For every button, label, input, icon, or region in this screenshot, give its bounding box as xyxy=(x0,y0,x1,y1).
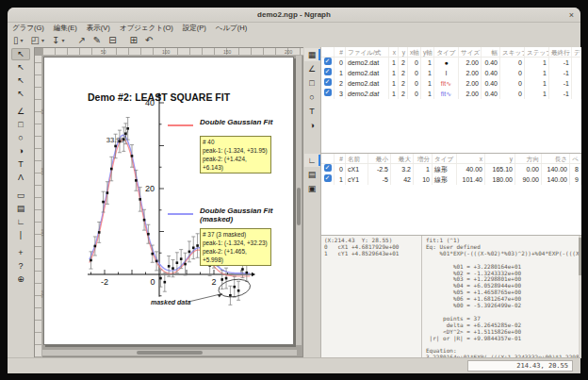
cell-x: 101.40 xyxy=(457,174,485,185)
scrollbar-thumb[interactable] xyxy=(297,188,301,225)
fit-result-box[interactable]: # 40peak-1: (-1.324, +31.95)peak-2: (+1.… xyxy=(200,136,271,173)
arc-tool[interactable]: ○ xyxy=(11,132,30,144)
table-row[interactable]: ✓2demo2.dat1201fit∿2.000.4001-1 xyxy=(321,78,581,89)
dropdown-caret-icon[interactable]: ▾ xyxy=(41,37,44,43)
tab-line-list[interactable]: ∠ xyxy=(304,62,319,75)
print-button[interactable]: ⊟ xyxy=(106,34,119,46)
line-tool[interactable]: ∠ xyxy=(11,106,30,118)
open-graph-button[interactable]: ◰▾ xyxy=(28,34,47,46)
column-header: タイプ xyxy=(433,154,457,163)
section-graph-tool[interactable]: ▤ xyxy=(11,203,30,215)
dropdown-caret-icon[interactable]: ▾ xyxy=(21,37,24,43)
table-row[interactable]: ✓3demo2.dat1201fit∿2.000.4001-1 xyxy=(321,89,581,99)
legend-label[interactable]: Double Gaussian Fit xyxy=(200,118,272,126)
single-axis-tool[interactable]: | xyxy=(11,229,30,241)
zoom-tool[interactable]: ⊕ xyxy=(11,273,30,286)
cell-min: -2.5 xyxy=(368,164,391,174)
menu-item-3[interactable]: オブジェクト(O) xyxy=(115,23,178,33)
legend-label[interactable]: Double Gaussian Fit (masked) xyxy=(200,207,272,223)
tab-parameter-list[interactable]: ▣ xyxy=(304,182,319,195)
coordinate-panel: (X:214.43 Y: 28.55) 0 cX1 +4.6817929e+00… xyxy=(321,236,422,358)
frame-graph-tool[interactable]: ▭ xyxy=(11,190,30,202)
row-checkbox[interactable]: ✓ xyxy=(324,164,332,172)
cell-dir: 0.00 xyxy=(515,164,542,174)
fit-result-box[interactable]: # 37 (3 masked)peak-1: (-1.324, +32.23)p… xyxy=(200,228,271,266)
menu-item-0[interactable]: グラフ(G) xyxy=(8,23,49,33)
scrollbar-thumb[interactable] xyxy=(137,351,203,355)
dropdown-caret-icon[interactable]: ▾ xyxy=(61,37,64,43)
table-row[interactable]: ✓1cY1-54210線形101.40180.0090.00140.009 xyxy=(321,174,581,185)
masked-data-label[interactable]: masked data xyxy=(151,299,190,306)
gauss-tool[interactable]: Λ xyxy=(11,172,30,184)
row-checkbox[interactable]: ✓ xyxy=(324,68,332,75)
save-graph-button-icon: ↧ xyxy=(52,34,59,46)
rectangle-tool[interactable]: □ xyxy=(11,119,30,131)
row-checkbox[interactable]: ✓ xyxy=(324,89,332,96)
tab-text-list[interactable]: T xyxy=(304,105,319,118)
canvas-vertical-scrollbar[interactable] xyxy=(296,56,302,345)
mark-tool[interactable]: ◑ xyxy=(11,145,30,157)
save-graph-button[interactable]: ↧▾ xyxy=(49,34,67,46)
tab-mark-list[interactable]: ◑ xyxy=(304,119,319,132)
menu-bar: グラフ(G)編集(E)表示(V)オブジェクト(O)設定(P)ヘルプ(H) xyxy=(8,23,580,33)
clear-button[interactable]: ✎ xyxy=(90,34,104,46)
scale-button[interactable]: ↗ xyxy=(74,34,88,46)
tab-merge-list[interactable]: ▤ xyxy=(304,168,319,181)
cell-file: demo2.dat xyxy=(346,58,389,68)
tool-palette: ↖↖↖↖∠□○◑TΛ▭▤∟|+?⊕ xyxy=(8,47,34,357)
object-tab-strip: ▦∠□○T◑∟▤▣ xyxy=(303,47,320,357)
table-row[interactable]: ✓0cX1-2.53.21線形40.00165.100.00140.008 xyxy=(321,164,581,174)
tab-rectangle-list[interactable]: □ xyxy=(304,76,319,90)
column-header: y xyxy=(399,47,408,57)
fit-result-panel[interactable]: fit:1 (^1) Eq: User defined %01*EXP(-(((… xyxy=(423,236,581,358)
cell-xax: 0 xyxy=(408,58,421,68)
cell-step: 1 xyxy=(525,68,549,78)
row-checkbox[interactable]: ✓ xyxy=(324,78,332,86)
cell-skip: 0 xyxy=(500,58,525,68)
main-area: ↖↖↖↖∠□○◑TΛ▭▤∟|+?⊕ 50100150200 5010015020… xyxy=(8,47,580,357)
svg-text:-2: -2 xyxy=(101,277,108,287)
text-tool[interactable]: T xyxy=(11,158,30,171)
title-bar[interactable]: demo2.ngp - Ngraph × xyxy=(8,8,580,23)
data-pointer-tool[interactable]: ↖ xyxy=(11,88,30,100)
table-row[interactable]: ✓0demo2.dat1201●2.000.4001-1 xyxy=(321,58,581,68)
data-point-tool[interactable]: + xyxy=(11,247,30,259)
legend-pointer-tool[interactable]: ↖ xyxy=(11,61,30,74)
canvas-horizontal-scrollbar[interactable] xyxy=(42,350,297,355)
toolbar: ▯▾◰▾↧▾↗✎⊟⊞↶ xyxy=(9,33,579,47)
cell-id: 1 xyxy=(335,174,346,185)
calc-button[interactable]: ⊞ xyxy=(127,34,140,46)
evaluate-tool[interactable]: ? xyxy=(11,260,30,273)
cell-file: demo2.dat xyxy=(346,78,389,89)
graph-page[interactable]: Demo #2: LEAST SQUARE FIT -202204033.99 … xyxy=(43,57,294,345)
legend-line-sample xyxy=(168,124,193,126)
scrollbar-thumb[interactable] xyxy=(579,238,581,275)
cross-graph-tool[interactable]: ∟ xyxy=(11,216,30,228)
cell-id: 3 xyxy=(335,89,346,99)
row-checkbox[interactable]: ✓ xyxy=(324,58,332,65)
cell-y: 2 xyxy=(399,58,408,68)
undo-button[interactable]: ↶ xyxy=(142,34,155,46)
tab-arc-list[interactable]: ○ xyxy=(304,91,319,104)
cell-type_glyph: fit∿ xyxy=(434,78,459,89)
point-tool[interactable]: ↖ xyxy=(11,48,30,60)
fit-result-box-line: peak-1: (-1.324, +32.23) xyxy=(203,239,269,247)
axis-pointer-tool[interactable]: ↖ xyxy=(11,74,30,87)
row-checkbox[interactable]: ✓ xyxy=(324,174,332,182)
menu-item-4[interactable]: 設定(P) xyxy=(178,23,211,33)
fit-panel-scrollbar[interactable] xyxy=(579,236,581,358)
ruler-label: 150 xyxy=(223,49,231,55)
menu-item-2[interactable]: 表示(V) xyxy=(82,23,115,33)
menu-item-1[interactable]: 編集(E) xyxy=(49,23,82,33)
new-graph-button[interactable]: ▯▾ xyxy=(10,34,26,46)
close-icon[interactable]: × xyxy=(569,10,574,20)
cell-skip: 0 xyxy=(500,68,525,78)
cell-size: 2.00 xyxy=(459,78,482,89)
table-header-row: #ファイル/式xyx軸y軸タイプサイズ幅スキップステップ最終行デー xyxy=(321,47,581,58)
column-header: 名前 xyxy=(346,154,368,163)
file-list-table: #ファイル/式xyx軸y軸タイプサイズ幅スキップステップ最終行デー✓0demo2… xyxy=(321,47,581,154)
menu-item-5[interactable]: ヘルプ(H) xyxy=(211,23,252,33)
table-row[interactable]: ✓1demo2.dat1201I2.000.4001-1 xyxy=(321,68,581,78)
tab-data-list[interactable]: ▦ xyxy=(304,48,319,61)
tab-axis-list[interactable]: ∟ xyxy=(304,154,319,167)
